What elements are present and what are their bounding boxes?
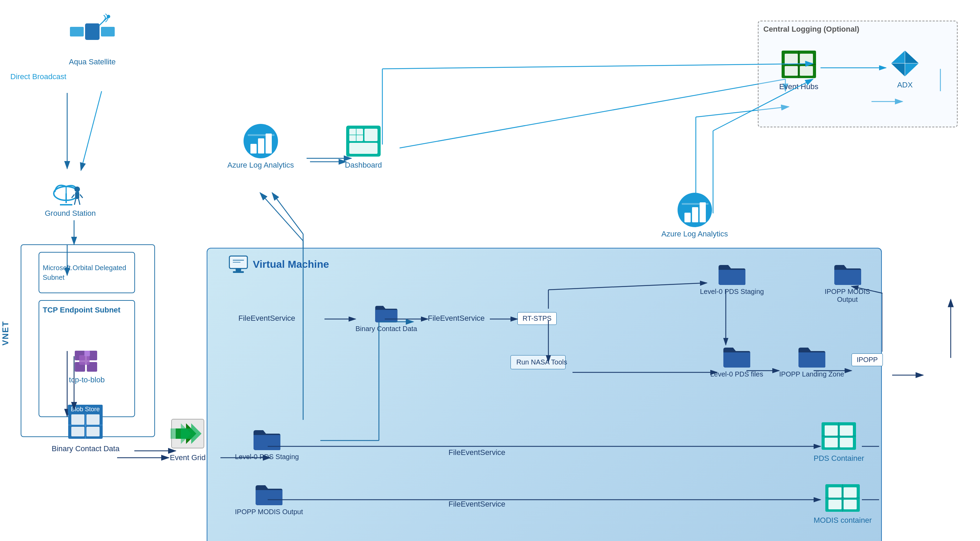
svg-rect-59 xyxy=(250,144,257,154)
svg-marker-137 xyxy=(891,63,905,76)
vm-arrows xyxy=(207,249,883,541)
ipopp-landing-zone-node: IPOPP Landing Zone xyxy=(779,345,844,378)
svg-rect-125 xyxy=(692,207,698,222)
svg-rect-99 xyxy=(829,487,842,498)
svg-line-111 xyxy=(548,283,707,290)
tcp-to-blob-icon xyxy=(73,349,100,373)
tcp-endpoint-box: TCP Endpoint Subnet tcp-to-blob xyxy=(38,300,135,417)
dashboard-label: Dashboard xyxy=(345,160,382,170)
level0-staging-top-label: Level-0 PDS Staging xyxy=(700,288,764,296)
file-event-service-mid-label: FileEventService xyxy=(428,314,485,323)
modis-container-node: MODIS container xyxy=(814,482,872,525)
svg-rect-60 xyxy=(258,138,264,154)
svg-line-9 xyxy=(260,193,303,241)
azure-log-analytics-right-node: Azure Log Analytics xyxy=(661,193,728,239)
ipopp-modis-top-folder-icon xyxy=(833,262,862,286)
svg-line-51 xyxy=(75,199,76,205)
azure-log-analytics-right-label: Azure Log Analytics xyxy=(661,229,728,239)
file-event-service-modis-label: FileEventService xyxy=(449,500,505,509)
pds-container-label: PDS Container xyxy=(814,454,864,463)
binary-contact-data-node: Blob Store Binary Contact Data xyxy=(52,409,119,454)
adx-node: ADX xyxy=(889,49,920,90)
dashboard-node: Dashboard xyxy=(344,124,382,170)
svg-line-151 xyxy=(272,193,303,234)
azure-log-analytics-left-icon xyxy=(240,124,282,158)
svg-rect-126 xyxy=(700,202,706,222)
svg-rect-73 xyxy=(86,427,100,436)
level0-pds-files-label: Level-0 PDS files xyxy=(710,370,763,378)
svg-rect-127 xyxy=(682,203,709,205)
ipopp-landing-zone-label: IPOPP Landing Zone xyxy=(779,370,844,378)
diagram-canvas: VNET Microsoft.Orbital Delegated Subnet … xyxy=(0,0,980,541)
svg-rect-94 xyxy=(825,438,838,447)
svg-rect-54 xyxy=(101,27,115,36)
svg-rect-65 xyxy=(364,129,377,141)
svg-line-49 xyxy=(72,194,75,198)
tcp-to-blob-node: tcp-to-blob xyxy=(69,349,105,385)
svg-rect-53 xyxy=(70,27,84,36)
azure-log-analytics-right-icon xyxy=(674,193,716,227)
pds-container-node: PDS Container xyxy=(814,420,864,463)
vm-monitor-icon xyxy=(228,255,249,274)
svg-point-47 xyxy=(75,187,80,192)
satellite-node: Aqua Satellite xyxy=(69,10,116,67)
ms-orbital-box: Microsoft.Orbital Delegated Subnet xyxy=(38,252,135,293)
svg-rect-62 xyxy=(248,134,275,136)
rt-stps-box: RT-STPS xyxy=(517,312,557,325)
binary-contact-data-label: Binary Contact Data xyxy=(52,444,119,454)
svg-marker-136 xyxy=(905,51,919,63)
satellite-label: Aqua Satellite xyxy=(69,57,116,67)
file-event-service-left-label: FileEventService xyxy=(239,314,295,323)
blob-store-tag: Blob Store xyxy=(68,405,102,414)
ipopp-box: IPOPP xyxy=(851,354,883,366)
level0-staging-bottom-node: Level-0 PDS Staging xyxy=(235,427,299,461)
tcp-to-blob-label: tcp-to-blob xyxy=(69,375,105,385)
svg-rect-92 xyxy=(825,425,838,436)
ground-station-icon xyxy=(53,169,88,206)
svg-rect-48 xyxy=(75,192,79,199)
svg-rect-130 xyxy=(800,54,813,64)
ipopp-modis-top-label: IPOPP MODIS Output xyxy=(814,288,881,303)
blob-store-icon xyxy=(67,409,104,441)
vnet-label: VNET xyxy=(1,321,10,346)
pds-container-icon xyxy=(820,420,858,452)
ipopp-landing-zone-folder-icon xyxy=(797,345,826,369)
level0-staging-top-node: Level-0 PDS Staging xyxy=(700,262,764,296)
svg-rect-124 xyxy=(684,213,690,222)
svg-rect-86 xyxy=(235,268,241,271)
satellite-icon xyxy=(70,10,115,55)
svg-rect-72 xyxy=(71,427,84,436)
event-grid-icon xyxy=(169,416,207,451)
file-event-service-pds-label: FileEventService xyxy=(449,448,505,457)
ipopp-modis-top-node: IPOPP MODIS Output xyxy=(814,262,881,303)
central-logging-title: Central Logging (Optional) xyxy=(763,25,859,34)
vm-title-text: Virtual Machine xyxy=(253,259,329,270)
svg-rect-100 xyxy=(843,487,857,498)
virtual-machine-box: Virtual Machine FileEventService Binary … xyxy=(207,248,882,541)
svg-rect-131 xyxy=(785,66,798,76)
direct-broadcast-label: Direct Broadcast xyxy=(10,72,67,81)
event-hubs-node: Event Hubs xyxy=(779,49,818,92)
svg-rect-132 xyxy=(800,66,813,76)
ipopp-modis-bottom-label: IPOPP MODIS Output xyxy=(235,508,303,516)
level0-pds-files-folder-icon xyxy=(722,345,751,369)
modis-container-icon xyxy=(824,482,862,514)
svg-rect-129 xyxy=(785,54,798,64)
svg-line-50 xyxy=(80,194,83,198)
svg-rect-71 xyxy=(86,414,100,425)
event-grid-node: Event Grid xyxy=(169,416,207,463)
svg-rect-55 xyxy=(85,24,100,40)
svg-rect-93 xyxy=(840,425,853,436)
svg-rect-42 xyxy=(84,351,90,356)
binary-contact-folder-label: Binary Contact Data xyxy=(355,325,417,333)
svg-rect-102 xyxy=(843,500,857,509)
svg-rect-87 xyxy=(233,271,244,273)
ground-station-label: Ground Station xyxy=(45,209,96,219)
svg-rect-66 xyxy=(349,143,377,154)
ipopp-modis-bottom-node: IPOPP MODIS Output xyxy=(235,482,303,516)
dashboard-icon xyxy=(344,124,382,158)
central-logging-box: Central Logging (Optional) Event Hubs xyxy=(758,21,958,127)
event-hubs-label: Event Hubs xyxy=(779,82,818,92)
level0-staging-bottom-folder-icon xyxy=(252,427,282,452)
binary-contact-data-folder-node: Binary Contact Data xyxy=(355,303,417,333)
